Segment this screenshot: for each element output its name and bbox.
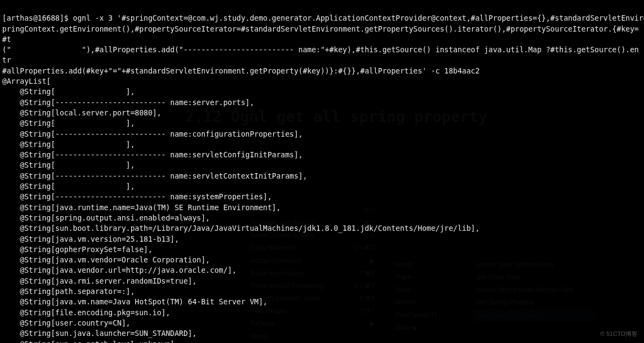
terminal-command-cont3: #allProperties.add(#key+"="+#standardSer… xyxy=(2,66,480,75)
terminal-line: @String[file.encoding.pkg=sun.io], xyxy=(2,308,642,318)
terminal-output-lines: @String[ ], @String[--------------------… xyxy=(2,87,642,343)
terminal-line: @String[------------------------- name:c… xyxy=(2,129,642,139)
terminal-line: @String[------------------------- name:s… xyxy=(2,192,642,202)
terminal-line: @String[java.vm.name=Java HotSpot(TM) 64… xyxy=(2,297,642,307)
terminal-line: @String[path.separator=:], xyxy=(2,286,642,297)
terminal-line: @String[java.vendor.url=http://java.orac… xyxy=(2,265,642,275)
terminal-line: @String[------------------------- name:s… xyxy=(2,171,642,181)
terminal-line: @String[------------------------- name:s… xyxy=(2,97,642,108)
terminal-line: @String[ ], xyxy=(2,118,642,128)
terminal-line: @String[sun.java.launcher=SUN_STANDARD], xyxy=(2,328,642,339)
terminal-line: @String[java.vm.version=25.181-b13], xyxy=(2,234,642,244)
terminal-line: @String[ ], xyxy=(2,181,642,192)
terminal-line: @String[spring.output.ansi.enabled=alway… xyxy=(2,213,642,223)
terminal-line: @String[ ], xyxy=(2,87,642,97)
terminal-line: @String[ ], xyxy=(2,160,642,170)
terminal-line: @String[java.rmi.server.randomIDs=true], xyxy=(2,276,642,286)
terminal-line: @String[java.vm.vendor=Oracle Corporatio… xyxy=(2,255,642,265)
terminal-line: @String[------------------------- name:s… xyxy=(2,150,642,160)
terminal-prompt: [arthas@16688]$ ognl -x 3 '#springContex… xyxy=(2,14,644,22)
terminal-line: @String[gopherProxySet=false], xyxy=(2,244,642,255)
terminal-line: @String[user.country=CN], xyxy=(2,318,642,328)
watermark: © 51CTO博客 xyxy=(600,330,637,339)
terminal-line: @String[java.runtime.name=Java(TM) SE Ru… xyxy=(2,203,642,213)
terminal-command-cont2: (" "),#allProperties.add("--------------… xyxy=(2,45,639,64)
terminal-output-header: @ArrayList[ xyxy=(2,77,51,85)
terminal-line: @String[sun.boot.library.path=/Library/J… xyxy=(2,223,642,234)
terminal-line: @String[sun.os.patch.level=unknown], xyxy=(2,339,642,344)
terminal-line: @String[ ], xyxy=(2,139,642,150)
terminal-area[interactable]: [arthas@16688]$ ognl -x 3 '#springContex… xyxy=(0,0,644,343)
terminal-command-cont1: pringContext.getEnvironment(),#propertyS… xyxy=(2,24,639,44)
terminal-line: @String[local.server.port=8080], xyxy=(2,108,642,118)
